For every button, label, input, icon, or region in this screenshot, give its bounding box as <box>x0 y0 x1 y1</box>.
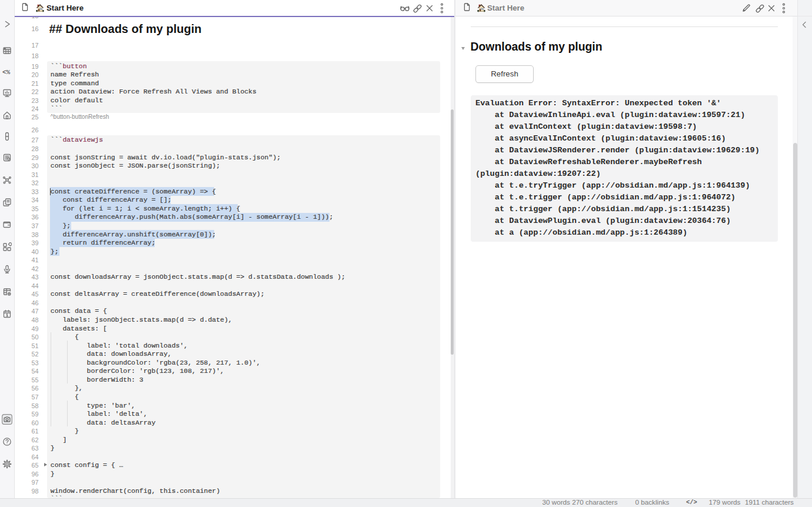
svg-text:<%: <% <box>2 69 11 76</box>
